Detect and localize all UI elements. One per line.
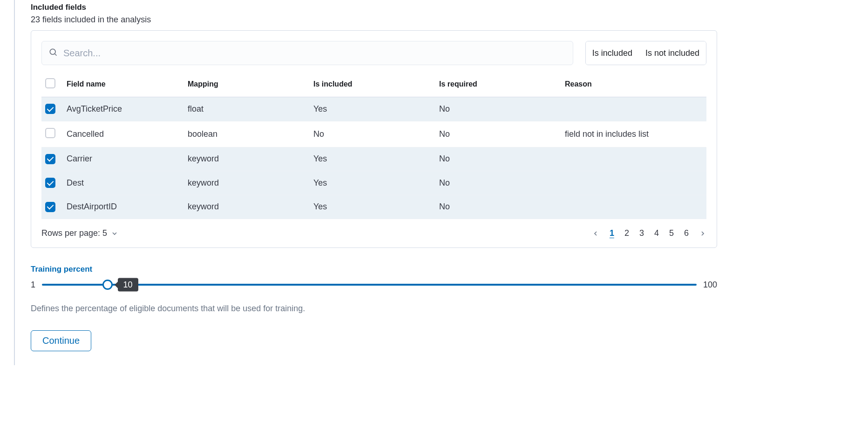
search-input[interactable] (58, 48, 566, 59)
col-field-name[interactable]: Field name (63, 74, 184, 97)
cell-is-included: Yes (310, 97, 435, 121)
col-is-required[interactable]: Is required (435, 74, 561, 97)
page-4[interactable]: 4 (654, 228, 659, 238)
cell-reason (561, 147, 706, 171)
cell-field-name: Carrier (63, 147, 184, 171)
cell-is-included: Yes (310, 195, 435, 219)
cell-is-required: No (435, 171, 561, 195)
table-row: DestAirportIDkeywordYesNo (41, 195, 706, 219)
cell-reason (561, 171, 706, 195)
slider-max: 100 (703, 280, 717, 290)
rows-per-page[interactable]: Rows per page: 5 (41, 228, 118, 238)
included-fields-title: Included fields (31, 3, 717, 12)
cell-is-included: No (310, 121, 435, 147)
table-row: DestkeywordYesNo (41, 171, 706, 195)
page-5[interactable]: 5 (669, 228, 674, 238)
slider-tooltip: 10 (118, 278, 138, 292)
prev-page[interactable] (592, 230, 599, 237)
row-checkbox[interactable] (45, 202, 55, 212)
training-percent-help: Defines the percentage of eligible docum… (31, 304, 717, 314)
table-row: CancelledbooleanNoNofield not in include… (41, 121, 706, 147)
next-page[interactable] (699, 230, 706, 237)
included-fields-subtitle: 23 fields included in the analysis (31, 15, 717, 25)
cell-is-required: No (435, 195, 561, 219)
svg-point-0 (50, 49, 55, 54)
page-1[interactable]: 1 (610, 228, 614, 238)
cell-reason (561, 97, 706, 121)
cell-mapping: keyword (184, 195, 310, 219)
filter-is-not-included[interactable]: Is not included (639, 41, 706, 65)
svg-line-1 (55, 54, 57, 56)
training-percent-label: Training percent (31, 265, 717, 274)
row-checkbox[interactable] (45, 104, 55, 114)
slider-thumb[interactable] (102, 280, 113, 290)
cell-field-name: AvgTicketPrice (63, 97, 184, 121)
cell-reason (561, 195, 706, 219)
cell-field-name: Dest (63, 171, 184, 195)
cell-is-included: Yes (310, 147, 435, 171)
search-box[interactable] (41, 41, 573, 65)
cell-reason: field not in includes list (561, 121, 706, 147)
training-percent-slider[interactable]: 10 (42, 279, 697, 291)
cell-is-required: No (435, 147, 561, 171)
fields-panel: Is included Is not included Field name M… (31, 30, 717, 248)
cell-is-included: Yes (310, 171, 435, 195)
page-6[interactable]: 6 (684, 228, 689, 238)
cell-mapping: keyword (184, 147, 310, 171)
filter-is-included[interactable]: Is included (586, 41, 639, 65)
cell-is-required: No (435, 121, 561, 147)
col-mapping[interactable]: Mapping (184, 74, 310, 97)
slider-min: 1 (31, 280, 35, 290)
table-row: CarrierkeywordYesNo (41, 147, 706, 171)
col-reason[interactable]: Reason (561, 74, 706, 97)
pager: 123456 (592, 228, 706, 238)
page-2[interactable]: 2 (624, 228, 629, 238)
table-row: AvgTicketPricefloatYesNo (41, 97, 706, 121)
cell-mapping: boolean (184, 121, 310, 147)
page-3[interactable]: 3 (639, 228, 644, 238)
chevron-down-icon (111, 230, 118, 237)
rows-per-page-label: Rows per page: 5 (41, 228, 107, 238)
col-is-included[interactable]: Is included (310, 74, 435, 97)
fields-table: Field name Mapping Is included Is requir… (41, 74, 706, 219)
cell-is-required: No (435, 97, 561, 121)
cell-mapping: keyword (184, 171, 310, 195)
row-checkbox[interactable] (45, 154, 55, 164)
cell-field-name: DestAirportID (63, 195, 184, 219)
cell-mapping: float (184, 97, 310, 121)
row-checkbox[interactable] (45, 128, 55, 138)
continue-button[interactable]: Continue (31, 330, 91, 351)
filter-group: Is included Is not included (585, 41, 706, 65)
select-all-checkbox[interactable] (45, 78, 55, 88)
cell-field-name: Cancelled (63, 121, 184, 147)
search-icon (48, 47, 58, 59)
row-checkbox[interactable] (45, 178, 55, 188)
